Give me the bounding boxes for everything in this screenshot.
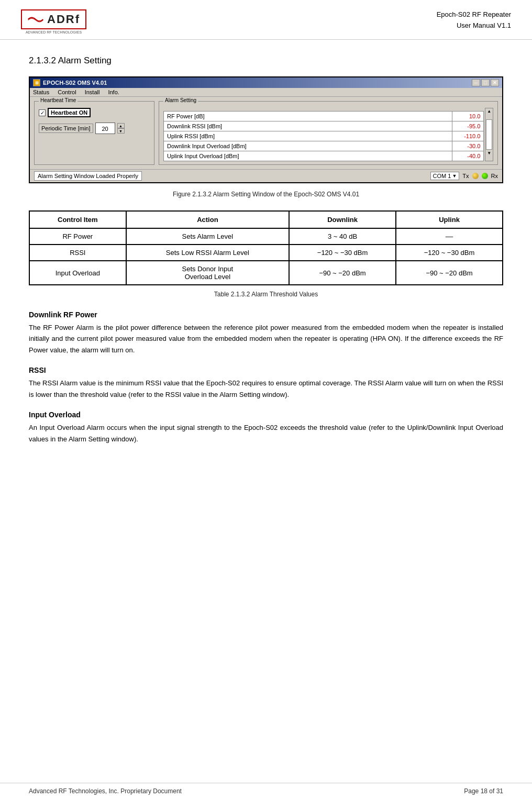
row-downlink: −90 ~ −20 dBm <box>289 261 396 285</box>
section-title: Input Overload <box>29 410 503 419</box>
row-action: Sets Donor InputOverload Level <box>126 261 289 285</box>
sw-title: EPOCH-S02 OMS V4.01 <box>43 80 107 86</box>
figure-caption: Figure 2.1.3.2 Alarm Setting Window of t… <box>29 191 503 198</box>
heartbeat-panel-legend: Heartbeat Time <box>39 97 77 103</box>
periodic-spinner[interactable]: ▲ ▼ <box>117 123 125 134</box>
rx-label: Rx <box>491 173 498 179</box>
com-select[interactable]: COM 1 ▼ <box>430 172 460 180</box>
header-title: Epoch-S02 RF Repeater User Manual V1.1 <box>437 9 511 31</box>
alarm-row-label: RF Power [dB] <box>164 112 452 121</box>
col-header-action: Action <box>126 211 289 228</box>
sw-statusbar: Alarm Setting Window Loaded Properly COM… <box>30 169 502 182</box>
heartbeat-on-label: Heartbeat ON <box>48 108 91 117</box>
alarm-row[interactable]: Downlink RSSI [dBm] -95.0 <box>164 121 484 131</box>
periodic-row: Periodic Time [min] 20 ▲ ▼ <box>39 123 150 134</box>
sw-titlebar-left: ⊞ EPOCH-S02 OMS V4.01 <box>33 79 107 86</box>
status-right: COM 1 ▼ Tx Rx <box>430 172 498 180</box>
logo-subtext: ADVANCED RF TECHNOLOGIES <box>26 30 82 34</box>
menu-info[interactable]: Info. <box>108 89 119 95</box>
section-paragraph: An Input Overload Alarm occurs when the … <box>29 422 503 445</box>
logo-wing-icon <box>27 15 44 24</box>
spin-up-button[interactable]: ▲ <box>117 123 125 128</box>
com-label: COM 1 <box>433 173 451 179</box>
page-header: ADRf ADVANCED RF TECHNOLOGIES Epoch-S02 … <box>0 0 532 40</box>
logo-box: ADRf <box>21 9 86 29</box>
page-content: 2.1.3.2 Alarm Setting ⊞ EPOCH-S02 OMS V4… <box>0 40 532 465</box>
table-row: RF Power Sets Alarm Level 3 ~ 40 dB –– <box>29 228 503 245</box>
alarm-panel-legend: Alarm Setting <box>163 97 198 103</box>
row-uplink: −120 ~ −30 dBm <box>396 245 503 261</box>
col-header-downlink: Downlink <box>289 211 396 228</box>
logo-text: ADRf <box>47 13 80 26</box>
table-caption: Table 2.1.3.2 Alarm Threshold Values <box>29 291 503 298</box>
row-action: Sets Low RSSI Alarm Level <box>126 245 289 261</box>
sw-menubar: Status Control Install Info. <box>30 88 502 97</box>
alarm-row-value[interactable]: 10.0 <box>452 112 484 121</box>
sw-titlebar: ⊞ EPOCH-S02 OMS V4.01 ─ □ ✕ <box>30 77 502 88</box>
alarm-row-value[interactable]: -95.0 <box>452 121 484 131</box>
software-window: ⊞ EPOCH-S02 OMS V4.01 ─ □ ✕ Status Contr… <box>29 76 503 183</box>
menu-status[interactable]: Status <box>33 89 49 95</box>
rx-led-icon <box>482 173 488 179</box>
text-sections: Downlink RF PowerThe RF Power Alarm is t… <box>29 310 503 445</box>
tx-label: Tx <box>462 173 469 179</box>
alarm-row-value[interactable]: -40.0 <box>452 151 484 161</box>
close-button[interactable]: ✕ <box>491 79 499 86</box>
table-row: Input Overload Sets Donor InputOverload … <box>29 261 503 285</box>
com-dropdown-icon[interactable]: ▼ <box>452 173 457 179</box>
menu-control[interactable]: Control <box>58 89 76 95</box>
scroll-down-button[interactable]: ▼ <box>485 150 493 161</box>
alarm-row-label: Downlink Input Overload [dBm] <box>164 141 452 151</box>
row-downlink: 3 ~ 40 dB <box>289 228 396 245</box>
alarm-row-value[interactable]: -110.0 <box>452 131 484 141</box>
alarm-panel: Alarm Setting RF Power [dB] 10.0 Downlin… <box>159 101 498 165</box>
heartbeat-panel: Heartbeat Time ✓ Heartbeat ON Periodic T… <box>34 101 154 165</box>
title-line1: Epoch-S02 RF Repeater <box>437 9 511 20</box>
row-uplink: −90 ~ −20 dBm <box>396 261 503 285</box>
col-header-item: Control Item <box>29 211 126 228</box>
alarm-row-value[interactable]: -30.0 <box>452 141 484 151</box>
section-title: RSSI <box>29 366 503 374</box>
scroll-up-button[interactable]: ▲ <box>485 108 493 119</box>
alarm-row[interactable]: Uplink RSSI [dBm] -110.0 <box>164 131 484 141</box>
alarm-scrollbar[interactable]: ▲ ▼ <box>485 108 493 161</box>
tx-led-icon <box>472 173 479 179</box>
periodic-label: Periodic Time [min] <box>39 124 93 133</box>
alarm-row[interactable]: RF Power [dB] 10.0 <box>164 112 484 121</box>
menu-install[interactable]: Install <box>85 89 100 95</box>
title-line2: User Manual V1.1 <box>437 20 511 31</box>
sw-controls[interactable]: ─ □ ✕ <box>472 79 499 86</box>
section-paragraph: The RSSI Alarm value is the minimum RSSI… <box>29 378 503 400</box>
alarm-row[interactable]: Downlink Input Overload [dBm] -30.0 <box>164 141 484 151</box>
footer-left: Advanced RF Technologies, Inc. Proprieta… <box>29 787 182 795</box>
spin-down-button[interactable]: ▼ <box>117 128 125 134</box>
page-footer: Advanced RF Technologies, Inc. Proprieta… <box>0 783 532 799</box>
alarm-row-label: Uplink Input Overload [dBm] <box>164 151 452 161</box>
row-item: Input Overload <box>29 261 126 285</box>
section-paragraph: The RF Power Alarm is the pilot power di… <box>29 322 503 356</box>
data-table: Control Item Action Downlink Uplink RF P… <box>29 210 503 285</box>
heartbeat-checkbox[interactable]: ✓ <box>39 109 46 116</box>
section-title: Downlink RF Power <box>29 310 503 319</box>
row-downlink: −120 ~ −30 dBm <box>289 245 396 261</box>
alarm-row-label: Uplink RSSI [dBm] <box>164 131 452 141</box>
heartbeat-checkbox-row: ✓ Heartbeat ON <box>39 108 150 117</box>
row-action: Sets Alarm Level <box>126 228 289 245</box>
col-header-uplink: Uplink <box>396 211 503 228</box>
row-uplink: –– <box>396 228 503 245</box>
status-text: Alarm Setting Window Loaded Properly <box>34 171 142 181</box>
row-item: RSSI <box>29 245 126 261</box>
sw-icon: ⊞ <box>33 79 40 86</box>
alarm-row[interactable]: Uplink Input Overload [dBm] -40.0 <box>164 151 484 161</box>
alarm-row-label: Downlink RSSI [dBm] <box>164 121 452 131</box>
minimize-button[interactable]: ─ <box>472 79 480 86</box>
table-row: RSSI Sets Low RSSI Alarm Level −120 ~ −3… <box>29 245 503 261</box>
logo-area: ADRf ADVANCED RF TECHNOLOGIES <box>21 9 86 34</box>
alarm-table: RF Power [dB] 10.0 Downlink RSSI [dBm] -… <box>163 111 484 161</box>
footer-right: Page 18 of 31 <box>464 787 503 795</box>
row-item: RF Power <box>29 228 126 245</box>
restore-button[interactable]: □ <box>481 79 490 86</box>
sw-body: Heartbeat Time ✓ Heartbeat ON Periodic T… <box>30 97 502 169</box>
section-heading: 2.1.3.2 Alarm Setting <box>29 56 503 66</box>
periodic-value[interactable]: 20 <box>95 123 115 134</box>
